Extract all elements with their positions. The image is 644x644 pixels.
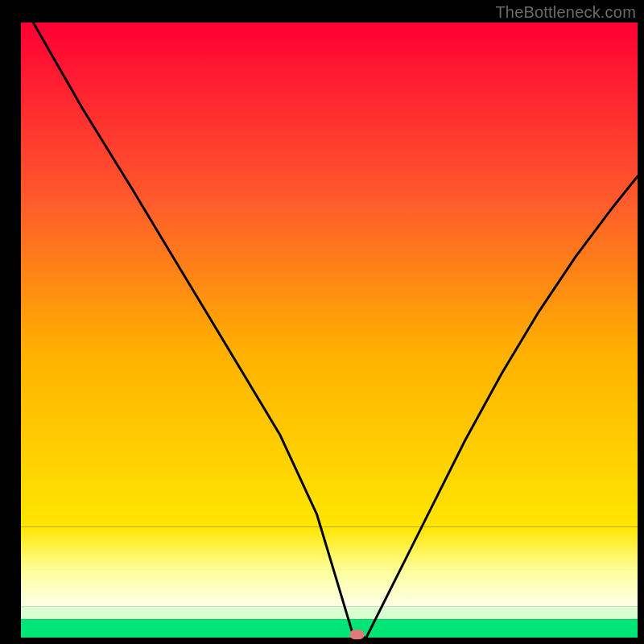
chart-frame: TheBottleneck.com xyxy=(0,0,644,644)
background-band xyxy=(21,23,638,526)
watermark-text: TheBottleneck.com xyxy=(495,3,636,22)
bottleneck-chart xyxy=(0,0,644,644)
background-band xyxy=(21,619,638,638)
plot-area xyxy=(21,23,638,639)
background-band xyxy=(21,526,638,569)
background-band xyxy=(21,570,638,607)
minimum-marker xyxy=(349,630,364,639)
background-band xyxy=(21,607,638,619)
